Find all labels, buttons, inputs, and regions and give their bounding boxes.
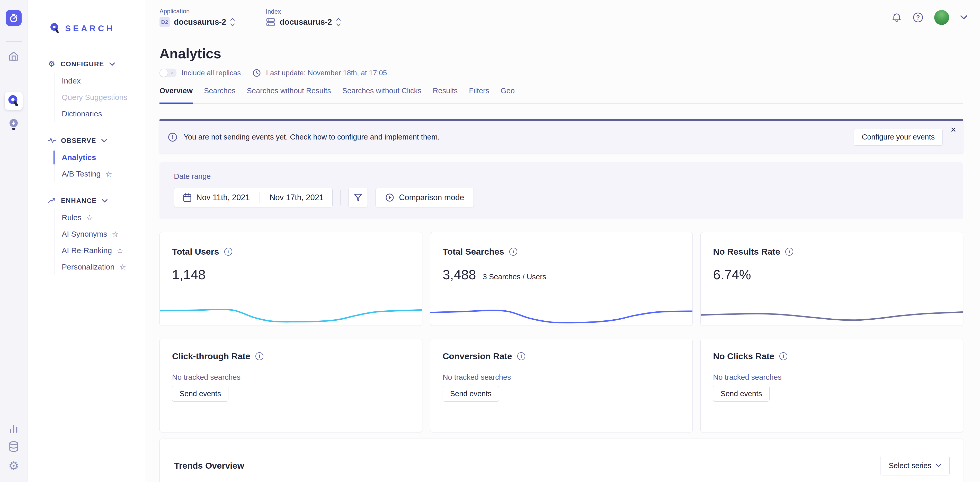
star-icon[interactable]: ☆ [105,170,112,179]
total-users-card: Total Users i 1,148 [159,232,422,326]
sidebar-item-label: Dictionaries [62,109,102,118]
sidebar-item-dictionaries[interactable]: Dictionaries [62,106,145,122]
application-selector[interactable]: Application D2 docusaurus-2 [159,8,235,27]
database-icon [8,441,19,452]
send-events-button[interactable]: Send events [443,386,499,401]
empty-cards-row: Click-through Rate i No tracked searches… [159,339,963,433]
card-title: Total Users [172,247,219,257]
sidebar-item-rules[interactable]: Rules ☆ [62,209,145,226]
sidebar-item-personalization[interactable]: Personalization ☆ [62,259,145,275]
product-logo[interactable]: SEARCH [38,8,145,49]
select-chevrons-icon[interactable] [336,17,341,27]
empty-status: No tracked searches [172,373,410,382]
filter-button[interactable] [348,188,368,207]
bell-icon [891,12,902,23]
trends-title: Trends Overview [174,461,244,471]
star-icon[interactable]: ☆ [86,213,93,222]
date-range-label: Date range [174,172,949,181]
star-icon[interactable]: ☆ [112,230,119,239]
star-icon[interactable]: ☆ [119,263,126,271]
click-through-rate-card: Click-through Rate i No tracked searches… [159,339,422,433]
notifications-button[interactable] [891,12,902,23]
index-value: docusaurus-2 [280,17,332,27]
info-icon[interactable]: i [780,352,788,360]
avatar[interactable] [934,10,949,25]
monitoring-nav-button[interactable] [8,423,19,433]
metric-value: 6.74% [713,267,751,282]
select-chevrons-icon[interactable] [230,17,235,27]
card-title: No Results Rate [713,247,780,257]
empty-status: No tracked searches [443,373,680,382]
info-icon[interactable]: i [224,248,232,256]
close-icon[interactable]: × [951,125,956,134]
recommend-nav-button[interactable] [5,116,22,133]
tab-overview[interactable]: Overview [159,87,192,103]
send-events-button[interactable]: Send events [713,386,769,401]
info-glyph: i [520,354,522,359]
sidebar-section-enhance[interactable]: ENHANCE [48,193,145,208]
page-title: Analytics [159,46,963,62]
application-label: Application [159,8,235,15]
tab-searches-without-clicks[interactable]: Searches without Clicks [342,87,422,103]
no-results-rate-sparkline [701,304,963,325]
star-icon[interactable]: ☆ [116,246,124,255]
banner-message: You are not sending events yet. Check ho… [184,133,439,141]
date-range-button[interactable]: Nov 11th, 2021 Nov 17th, 2021 [174,188,332,207]
settings-nav-button[interactable]: ⚙ [8,460,19,472]
metric-cards-row: Total Users i 1,148 Total Searches i 3,4… [159,232,963,326]
sidebar-section-configure[interactable]: ⚙ CONFIGURE [48,57,145,71]
home-icon [8,50,19,62]
app-logo-button[interactable] [6,10,22,26]
info-icon: ! [168,133,177,141]
sidebar-item-ai-synonyms[interactable]: AI Synonyms ☆ [62,226,145,242]
tab-searches-without-results[interactable]: Searches without Results [247,87,331,103]
sidebar-item-index[interactable]: Index [62,73,145,89]
send-events-button[interactable]: Send events [172,386,228,401]
info-icon[interactable]: i [785,248,793,256]
select-series-button[interactable]: Select series [880,456,950,475]
analytics-tabs: Overview Searches Searches without Resul… [159,87,963,104]
index-selector[interactable]: Index docusaurus-2 [266,8,340,27]
sidebar-item-analytics[interactable]: Analytics [62,149,145,166]
select-series-label: Select series [889,461,931,470]
play-circle-icon [385,193,394,202]
sidebar-item-ai-reranking[interactable]: AI Re-Ranking ☆ [62,242,145,259]
page-meta-row: × Include all replicas Last update: Nove… [159,68,963,77]
last-update-text: Last update: November 18th, at 17:05 [266,69,387,77]
icon-rail: ⚙ [0,0,27,482]
tab-filters[interactable]: Filters [469,87,489,103]
card-title: Total Searches [443,247,504,257]
sidebar-item-label: Analytics [62,153,96,162]
sidebar-item-ab-testing[interactable]: A/B Testing ☆ [62,166,145,182]
gear-icon: ⚙ [8,460,19,472]
enhance-items: Rules ☆ AI Synonyms ☆ AI Re-Ranking ☆ Pe… [54,209,145,275]
info-icon[interactable]: i [509,248,517,256]
application-value: docusaurus-2 [174,17,226,27]
trend-up-icon [48,198,56,203]
info-glyph: i [789,249,790,255]
configure-events-button[interactable]: Configure your events [854,129,943,146]
info-icon[interactable]: i [517,352,525,360]
include-replicas-toggle[interactable]: × [159,68,177,77]
sidebar-item-query-suggestions[interactable]: Query Suggestions [62,89,145,106]
search-nav-button[interactable] [5,92,22,110]
tab-geo[interactable]: Geo [501,87,515,103]
user-menu-chevron-icon[interactable] [961,16,967,19]
sidebar-section-observe[interactable]: OBSERVE [48,133,145,148]
observe-items: Analytics A/B Testing ☆ [54,149,145,182]
end-date: Nov 17th, 2021 [270,193,324,202]
card-title: No Clicks Rate [713,351,774,361]
comparison-mode-button[interactable]: Comparison mode [375,188,474,207]
chevron-down-icon [101,139,107,142]
info-icon[interactable]: i [255,352,263,360]
application-badge: D2 [159,17,170,27]
home-nav-button[interactable] [5,47,22,65]
include-replicas-label: Include all replicas [181,69,241,77]
comparison-mode-label: Comparison mode [399,193,464,202]
help-button[interactable]: ? [913,13,923,22]
section-label: CONFIGURE [60,60,104,68]
tab-searches[interactable]: Searches [204,87,235,103]
rail-bottom-group: ⚙ [8,423,19,482]
data-nav-button[interactable] [8,441,19,452]
tab-results[interactable]: Results [433,87,458,103]
